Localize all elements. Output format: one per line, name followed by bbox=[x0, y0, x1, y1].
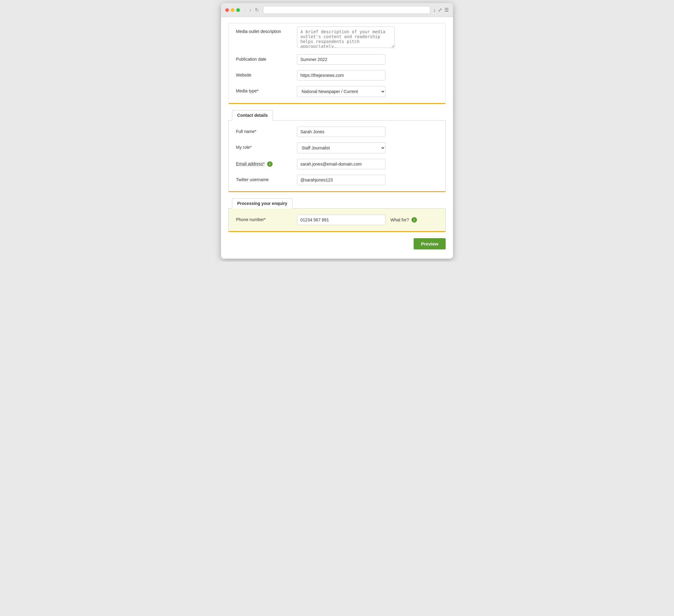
media-outlet-section: Media outlet description Publication dat… bbox=[228, 23, 446, 104]
what-for-text: What for? bbox=[390, 217, 409, 222]
website-label: Website bbox=[236, 70, 297, 78]
back-button[interactable]: ‹ bbox=[243, 7, 247, 13]
role-label: My role* bbox=[236, 142, 297, 150]
processing-section-wrap: Processing your enquiry Phone number* Wh… bbox=[228, 198, 446, 232]
contact-section-panel: Full name* My role* Staff JournalistFree… bbox=[228, 120, 446, 192]
twitter-row: Twitter username bbox=[236, 175, 438, 185]
website-row: Website bbox=[236, 70, 438, 81]
email-label: Email address* i bbox=[236, 159, 297, 167]
website-input[interactable] bbox=[297, 70, 385, 81]
menu-icon[interactable]: ☰ bbox=[444, 7, 449, 13]
media-type-label: Media type* bbox=[236, 86, 297, 93]
phone-label: Phone number* bbox=[236, 215, 297, 222]
email-label-text: Email address* bbox=[236, 161, 265, 166]
description-textarea[interactable] bbox=[297, 26, 395, 48]
phone-row: Phone number* What for? i bbox=[236, 215, 438, 225]
minimize-button[interactable] bbox=[231, 8, 234, 12]
traffic-lights bbox=[225, 8, 240, 12]
browser-menu-icons: ↓ ⤢ ☰ bbox=[433, 7, 449, 13]
browser-content: Media outlet description Publication dat… bbox=[221, 17, 453, 259]
nav-buttons: ‹ › ↻ bbox=[243, 7, 260, 13]
email-control-wrap bbox=[297, 159, 438, 169]
full-name-row: Full name* bbox=[236, 127, 438, 137]
download-icon: ↓ bbox=[433, 7, 436, 13]
description-control-wrap bbox=[297, 26, 438, 49]
description-label: Media outlet description bbox=[236, 26, 297, 34]
media-type-row: Media type* National Newspaper / Current… bbox=[236, 86, 438, 97]
close-button[interactable] bbox=[225, 8, 229, 12]
processing-section-panel: Phone number* What for? i bbox=[228, 208, 446, 232]
description-row: Media outlet description bbox=[236, 23, 438, 49]
processing-inner: Phone number* What for? i bbox=[229, 208, 445, 231]
publication-date-row: Publication date bbox=[236, 54, 438, 65]
publication-date-input[interactable] bbox=[297, 54, 385, 65]
maximize-button[interactable] bbox=[236, 8, 240, 12]
publication-date-control-wrap bbox=[297, 54, 438, 65]
forward-button[interactable]: › bbox=[248, 7, 252, 13]
what-for-info-icon[interactable]: i bbox=[412, 217, 417, 222]
twitter-input[interactable] bbox=[297, 175, 385, 185]
media-type-select[interactable]: National Newspaper / CurrentRegional New… bbox=[297, 86, 385, 97]
what-for-label: What for? i bbox=[390, 217, 417, 222]
contact-section-header: Contact details bbox=[228, 110, 446, 120]
twitter-control-wrap bbox=[297, 175, 438, 185]
reload-button[interactable]: ↻ bbox=[254, 7, 260, 13]
role-select[interactable]: Staff JournalistFreelance JournalistEdit… bbox=[297, 142, 385, 153]
media-type-control-wrap: National Newspaper / CurrentRegional New… bbox=[297, 86, 438, 97]
email-row: Email address* i bbox=[236, 159, 438, 169]
email-input[interactable] bbox=[297, 159, 385, 169]
publication-date-label: Publication date bbox=[236, 54, 297, 61]
processing-section-tab: Processing your enquiry bbox=[232, 198, 293, 208]
role-control-wrap: Staff JournalistFreelance JournalistEdit… bbox=[297, 142, 438, 153]
preview-button[interactable]: Preview bbox=[414, 238, 446, 250]
address-bar[interactable] bbox=[263, 6, 430, 14]
expand-icon: ⤢ bbox=[438, 7, 442, 13]
email-info-icon[interactable]: i bbox=[267, 161, 272, 167]
contact-section-inner: Full name* My role* Staff JournalistFree… bbox=[229, 121, 445, 191]
contact-section-tab: Contact details bbox=[232, 110, 273, 121]
full-name-control-wrap bbox=[297, 127, 438, 137]
preview-btn-row: Preview bbox=[228, 238, 446, 250]
website-control-wrap bbox=[297, 70, 438, 81]
role-row: My role* Staff JournalistFreelance Journ… bbox=[236, 142, 438, 153]
full-name-input[interactable] bbox=[297, 127, 385, 137]
browser-titlebar: ‹ › ↻ ↓ ⤢ ☰ bbox=[221, 3, 453, 17]
contact-section-wrap: Contact details Full name* My role* bbox=[228, 110, 446, 192]
phone-input[interactable] bbox=[297, 215, 385, 225]
phone-control-wrap: What for? i bbox=[297, 215, 438, 225]
processing-section-header: Processing your enquiry bbox=[228, 198, 446, 208]
twitter-label: Twitter username bbox=[236, 175, 297, 182]
full-name-label: Full name* bbox=[236, 127, 297, 134]
